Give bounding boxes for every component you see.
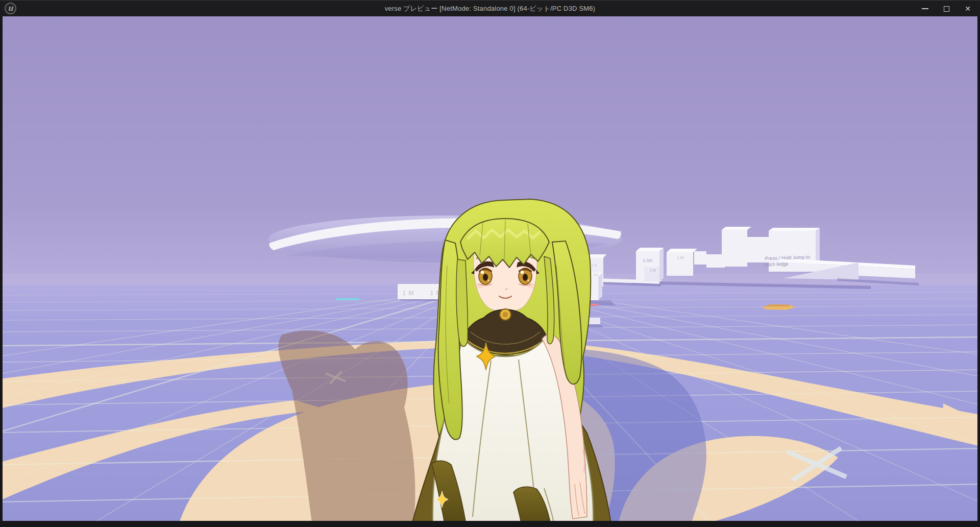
title-bar: u verse プレビュー [NetMode: Standalone 0] (6… [0,0,980,16]
teal-gizmo [336,298,359,300]
game-viewport[interactable]: 2.5M 1 M 1 M Press / Hold Jump to catch … [3,16,977,521]
maximize-icon [944,6,949,12]
game-preview-window: 2.5M 1 M 1 M Press / Hold Jump to catch … [0,0,980,527]
minimize-button[interactable] [915,1,935,17]
window-title: verse プレビュー [NetMode: Standalone 0] (64-… [0,1,980,17]
far-block-label-tall: 2.5M [643,258,653,263]
far-block-label-small: 1 M [650,269,656,272]
maximize-button[interactable] [936,1,957,17]
close-button[interactable]: ✕ [958,1,978,17]
far-block-label-step: 1 M [677,255,684,260]
minimize-icon [922,8,928,9]
measure-strip-label-1: 1 M [402,290,414,297]
mid-block-label-top: 1 M [592,264,597,267]
close-icon: ✕ [965,5,971,13]
hint-sign-line2: catch ledge [764,261,789,268]
